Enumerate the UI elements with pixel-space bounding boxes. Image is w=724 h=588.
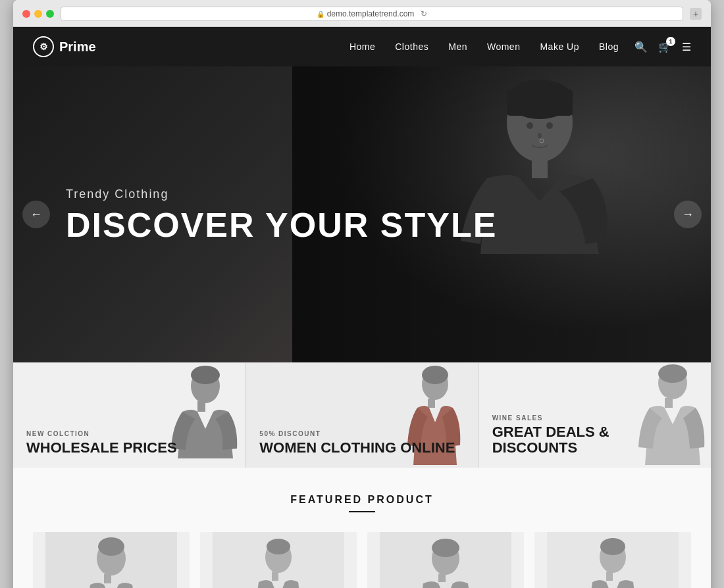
- hero-next-button[interactable]: →: [674, 201, 702, 228]
- svg-rect-16: [665, 398, 673, 408]
- featured-grid: [33, 532, 691, 588]
- promo-card-1[interactable]: NEW COLCTION WHOLESALE PRICES: [13, 363, 246, 468]
- product-card-2[interactable]: [200, 532, 357, 588]
- svg-point-31: [600, 538, 625, 555]
- fullscreen-button[interactable]: [46, 10, 54, 18]
- product-card-3[interactable]: [367, 532, 524, 588]
- promo-card-2[interactable]: 50% DISCOUNT WOMEN CLOTHING ONLINE: [246, 363, 478, 468]
- product-card-1[interactable]: [33, 532, 190, 588]
- logo-name: Prime: [59, 39, 96, 55]
- browser-window: 🔒 demo.templatetrend.com ↻ + ⚙ Prime Hom…: [13, 0, 711, 588]
- promo-title-1: WHOLESALE PRICES: [26, 440, 232, 456]
- svg-rect-24: [272, 572, 278, 581]
- promo-label-1: NEW COLCTION: [26, 430, 232, 437]
- svg-rect-20: [104, 574, 111, 583]
- nav-makeup[interactable]: Make Up: [540, 41, 579, 52]
- svg-rect-28: [438, 574, 446, 582]
- product-image-4: [534, 532, 691, 588]
- promo-title-3: GREAT DEALS & DISCOUNTS: [492, 424, 698, 456]
- svg-rect-3: [532, 159, 548, 178]
- promo-title-2: WOMEN CLOTHING ONLINE: [259, 440, 464, 456]
- traffic-lights: [22, 10, 54, 18]
- svg-point-12: [422, 366, 448, 384]
- browser-chrome: 🔒 demo.templatetrend.com ↻ +: [13, 0, 711, 27]
- svg-rect-10: [197, 401, 205, 412]
- reload-icon[interactable]: ↻: [421, 9, 427, 18]
- hero-content: Trendy Clothing DISCOVER YOUR STYLE: [13, 187, 497, 242]
- svg-point-27: [432, 539, 459, 557]
- featured-divider: [349, 511, 375, 512]
- svg-rect-2: [507, 89, 573, 116]
- nav-clothes[interactable]: Clothes: [395, 41, 428, 52]
- nav-links: Home Clothes Men Women Make Up Blog: [349, 41, 619, 53]
- address-bar[interactable]: 🔒 demo.templatetrend.com ↻: [61, 7, 683, 21]
- nav-home[interactable]: Home: [349, 41, 375, 52]
- new-tab-button[interactable]: +: [690, 8, 702, 20]
- site-logo[interactable]: ⚙ Prime: [33, 36, 96, 57]
- hero-section: Trendy Clothing DISCOVER YOUR STYLE ← →: [13, 66, 711, 362]
- logo-icon: ⚙: [33, 36, 54, 57]
- site-content: ⚙ Prime Home Clothes Men Women Make Up B…: [13, 27, 711, 588]
- hero-subtitle: Trendy Clothing: [66, 187, 497, 201]
- nav-blog[interactable]: Blog: [599, 41, 619, 52]
- promo-section: NEW COLCTION WHOLESALE PRICES 50% DISCOU…: [13, 362, 711, 468]
- url-text: demo.templatetrend.com: [327, 9, 415, 18]
- product-image-3: [367, 532, 524, 588]
- featured-section: FEATURED PRODUCT: [13, 468, 711, 588]
- menu-icon[interactable]: ☰: [682, 41, 691, 53]
- promo-label-3: WINE SALES: [492, 414, 698, 422]
- hero-prev-button[interactable]: ←: [22, 201, 50, 228]
- lock-icon: 🔒: [317, 11, 324, 18]
- svg-point-15: [658, 364, 687, 383]
- product-image-2: [200, 532, 357, 588]
- svg-point-5: [546, 122, 553, 129]
- featured-heading: FEATURED PRODUCT: [33, 494, 691, 506]
- close-button[interactable]: [22, 10, 30, 18]
- search-icon[interactable]: 🔍: [634, 41, 648, 53]
- svg-rect-32: [606, 572, 613, 581]
- promo-label-2: 50% DISCOUNT: [259, 430, 464, 437]
- navbar: ⚙ Prime Home Clothes Men Women Make Up B…: [13, 27, 711, 66]
- svg-point-9: [191, 366, 220, 384]
- product-card-4[interactable]: [534, 532, 691, 588]
- cart-icon[interactable]: 🛒 1: [658, 41, 671, 53]
- nav-men[interactable]: Men: [448, 41, 467, 52]
- product-image-1: [33, 532, 190, 588]
- svg-point-4: [527, 122, 533, 129]
- nav-icons: 🔍 🛒 1 ☰: [634, 41, 691, 53]
- hero-title: DISCOVER YOUR STYLE: [66, 208, 497, 242]
- promo-card-3[interactable]: WINE SALES GREAT DEALS & DISCOUNTS: [478, 363, 711, 468]
- svg-point-6: [538, 133, 542, 138]
- nav-women[interactable]: Women: [487, 41, 520, 52]
- svg-point-19: [98, 537, 124, 556]
- svg-point-23: [267, 539, 290, 554]
- svg-rect-13: [428, 399, 435, 408]
- minimize-button[interactable]: [34, 10, 42, 18]
- cart-badge: 1: [666, 37, 675, 46]
